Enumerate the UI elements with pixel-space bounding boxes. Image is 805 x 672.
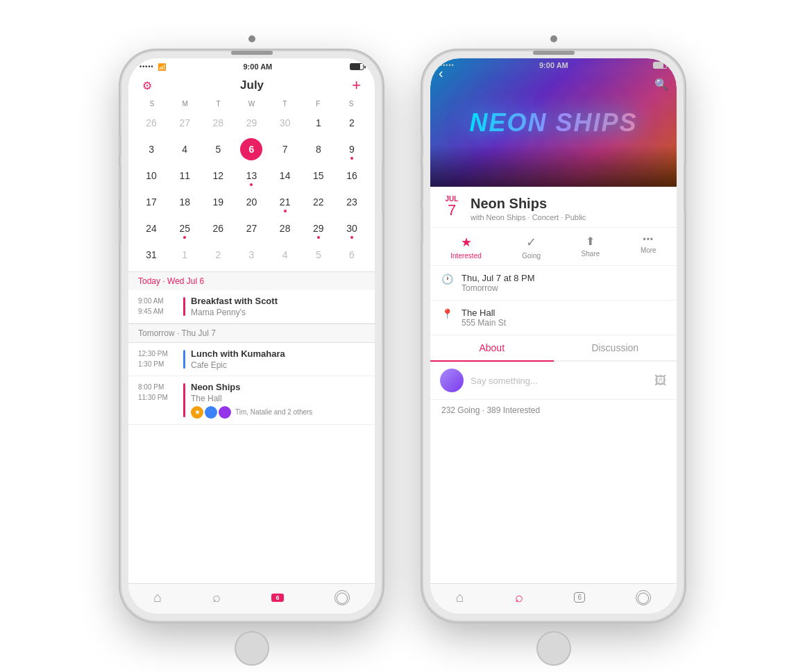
- user-avatar: [440, 369, 464, 392]
- cal-day[interactable]: 27: [235, 216, 267, 241]
- event-subtitle: The Hall: [191, 394, 365, 403]
- profile-icon: ◯: [334, 590, 350, 605]
- venue-name: The Hall: [461, 308, 506, 318]
- cal-day[interactable]: 26: [135, 110, 167, 135]
- cal-day[interactable]: 16: [336, 163, 368, 188]
- more-icon: •••: [643, 235, 654, 244]
- tab-bar: ⌂ ⌕ 6 ◯: [128, 583, 375, 614]
- venue-address: 555 Main St: [461, 318, 506, 328]
- event-subtitle: Mama Penny's: [191, 308, 365, 317]
- add-event-button[interactable]: +: [352, 76, 361, 94]
- cal-day[interactable]: 7: [269, 137, 301, 162]
- cal-day[interactable]: 10: [135, 163, 167, 188]
- cal-day[interactable]: 14: [269, 163, 301, 188]
- event-breakfast[interactable]: 9:00 AM 9:45 AM Breakfast with Scott Mam…: [128, 290, 375, 324]
- volume-up-button: [119, 166, 121, 201]
- left-screen: ••••• 📶 9:00 AM ⚙ July +: [128, 58, 375, 614]
- cal-day[interactable]: 22: [303, 190, 334, 215]
- cal-day[interactable]: 20: [235, 190, 267, 215]
- tab-discussion[interactable]: Discussion: [554, 335, 677, 360]
- cal-day[interactable]: 30: [269, 110, 301, 135]
- checkmark-icon: ✓: [526, 235, 536, 250]
- event-meta: with Neon Ships · Concert · Public: [471, 213, 586, 221]
- search-icon: ⌕: [212, 589, 221, 605]
- event-time-detail: 🕐 Thu, Jul 7 at 8 PM Tomorrow: [430, 266, 677, 301]
- going-button[interactable]: ✓ Going: [522, 235, 541, 260]
- cal-day[interactable]: 30: [336, 216, 368, 241]
- cal-day[interactable]: 28: [269, 216, 301, 241]
- cal-day-today[interactable]: 6: [235, 137, 267, 162]
- cal-day[interactable]: 4: [169, 137, 201, 162]
- cal-day[interactable]: 6: [336, 242, 368, 267]
- event-datetime-relative: Tomorrow: [461, 283, 535, 293]
- cal-day[interactable]: 4: [269, 242, 301, 267]
- cal-day[interactable]: 8: [303, 137, 334, 162]
- cal-day[interactable]: 29: [303, 216, 334, 241]
- front-camera: [248, 35, 255, 42]
- event-lunch[interactable]: 12:30 PM 1:30 PM Lunch with Kumahara Caf…: [128, 343, 375, 376]
- cal-day[interactable]: 3: [235, 242, 267, 267]
- cal-day[interactable]: 26: [202, 216, 234, 241]
- hero-event-title: NEON SHIPS: [469, 108, 637, 137]
- tab-home[interactable]: ⌂: [456, 589, 464, 605]
- back-button[interactable]: ‹: [439, 65, 443, 81]
- home-button[interactable]: [536, 631, 571, 666]
- cal-day[interactable]: 2: [336, 110, 368, 135]
- share-button[interactable]: ⬆ Share: [582, 235, 600, 260]
- cal-day[interactable]: 31: [135, 242, 167, 267]
- cal-day[interactable]: 3: [135, 137, 167, 162]
- cal-day[interactable]: 23: [336, 190, 368, 215]
- clock-icon: 🕐: [441, 274, 453, 285]
- status-left: ••••• 📶: [139, 63, 166, 71]
- tab-about[interactable]: About: [430, 335, 554, 362]
- cal-day[interactable]: 12: [202, 163, 234, 188]
- event-time: 12:30 PM 1:30 PM: [138, 348, 183, 370]
- power-button: [684, 162, 686, 211]
- search-button[interactable]: 🔍: [654, 78, 668, 91]
- cal-day[interactable]: 29: [235, 110, 267, 135]
- cal-day[interactable]: 1: [169, 242, 201, 267]
- cal-day[interactable]: 9: [336, 137, 368, 162]
- cal-day[interactable]: 5: [303, 242, 334, 267]
- status-bar: ••••• 📶 9:00 AM: [128, 58, 375, 74]
- cal-day[interactable]: 5: [202, 137, 234, 162]
- more-button[interactable]: ••• More: [641, 235, 656, 260]
- cal-day[interactable]: 24: [135, 216, 167, 241]
- cal-day[interactable]: 1: [303, 110, 334, 135]
- cal-day[interactable]: 15: [303, 163, 334, 188]
- tab-calendar[interactable]: 6: [574, 592, 585, 603]
- cal-day[interactable]: 17: [135, 190, 167, 215]
- cal-day[interactable]: 21: [269, 190, 301, 215]
- event-title: Breakfast with Scott: [191, 296, 365, 308]
- status-time: 9:00 AM: [243, 62, 272, 71]
- cal-day[interactable]: 2: [202, 242, 234, 267]
- cal-day[interactable]: 27: [169, 110, 201, 135]
- tab-profile[interactable]: ◯: [334, 590, 350, 605]
- cal-day[interactable]: 13: [235, 163, 267, 188]
- settings-icon[interactable]: ⚙: [142, 79, 152, 92]
- tab-search[interactable]: ⌕: [212, 589, 221, 605]
- cal-day[interactable]: 28: [202, 110, 234, 135]
- interested-button[interactable]: ★ Interested: [450, 235, 481, 260]
- cal-day[interactable]: 25: [169, 216, 201, 241]
- cal-day[interactable]: 18: [169, 190, 201, 215]
- image-attach-button[interactable]: 🖼: [654, 373, 667, 388]
- tab-home[interactable]: ⌂: [153, 589, 162, 605]
- event-color-bar: [183, 350, 185, 369]
- tab-calendar[interactable]: 6: [271, 594, 284, 602]
- home-button[interactable]: [235, 631, 269, 666]
- tab-profile[interactable]: ◯: [636, 590, 651, 605]
- event-location-detail[interactable]: 📍 The Hall 555 Main St: [430, 301, 677, 335]
- cal-day[interactable]: 19: [202, 190, 234, 215]
- cal-day[interactable]: 11: [169, 163, 201, 188]
- comment-row: Say something... 🖼: [430, 362, 677, 400]
- volume-down-button: [119, 208, 121, 242]
- event-time: 9:00 AM 9:45 AM: [138, 296, 183, 317]
- event-time-info: Thu, Jul 7 at 8 PM Tomorrow: [461, 273, 535, 293]
- event-neonships[interactable]: 8:00 PM 11:30 PM Neon Ships The Hall ★: [128, 376, 375, 425]
- signal-dots: •••••: [139, 63, 154, 70]
- phones-container: ••••• 📶 9:00 AM ⚙ July +: [121, 51, 684, 621]
- calendar-month-title: July: [240, 78, 264, 92]
- tab-search[interactable]: ⌕: [515, 589, 523, 605]
- comment-input[interactable]: Say something...: [471, 376, 647, 386]
